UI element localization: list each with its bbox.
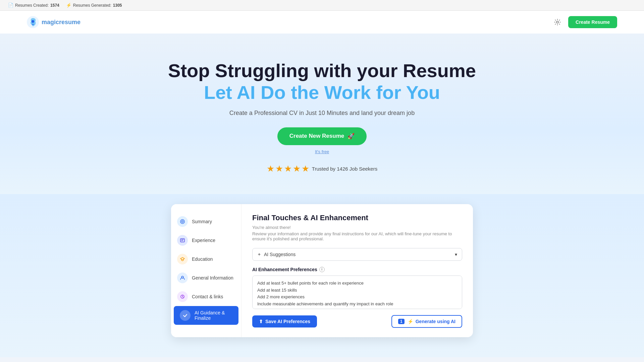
generate-ai-button[interactable]: 1 ⚡ Generate using AI	[391, 315, 462, 328]
sidebar-item-ai[interactable]: AI Guidance & Finalize	[174, 306, 238, 325]
sidebar-item-experience[interactable]: Experience	[171, 231, 241, 250]
hero-title-line2: Let AI Do the Work for You	[0, 81, 644, 104]
svg-rect-5	[180, 239, 184, 242]
enhancement-textarea[interactable]: Add at least 5+ bullet points for each r…	[252, 276, 462, 309]
hero-section: Stop Struggling with your Resume Let AI …	[0, 34, 644, 194]
resumes-created-stat: 📄 Resumes Created: 1574	[8, 3, 59, 8]
main-title: Final Touches & AI Enhancement	[252, 214, 462, 222]
svg-point-1	[32, 20, 34, 23]
sparkle-icon: ✦	[257, 252, 261, 257]
builder-card: Summary Experience Education General Inf…	[171, 204, 473, 337]
settings-icon[interactable]	[552, 17, 563, 27]
logo[interactable]: magicresume	[27, 16, 80, 28]
ai-suggestions-dropdown[interactable]: ✦ AI Suggestions ▾	[252, 248, 462, 261]
sidebar-item-education[interactable]: Education	[171, 250, 241, 268]
star-3: ★	[284, 164, 292, 174]
resumes-generated-label: Resumes Generated:	[73, 3, 111, 8]
sidebar-label-education: Education	[192, 256, 213, 262]
enhancement-label: AI Enhancement Preferences i	[252, 267, 462, 272]
sidebar-label-summary: Summary	[192, 219, 212, 224]
create-resume-button[interactable]: Create Resume	[568, 16, 617, 28]
star-2: ★	[275, 164, 283, 174]
rocket-icon: 🚀	[347, 133, 355, 140]
lightning-icon: ⚡	[66, 3, 71, 8]
svg-point-3	[180, 220, 184, 224]
sidebar-label-ai: AI Guidance & Finalize	[195, 310, 232, 321]
navbar: magicresume Create Resume	[0, 11, 644, 34]
hero-subtitle: Create a Professional CV in Just 10 Minu…	[0, 110, 644, 117]
lightning-generate-icon: ⚡	[408, 319, 413, 324]
builder-sidebar: Summary Experience Education General Inf…	[171, 204, 241, 337]
svg-point-2	[556, 21, 558, 23]
sidebar-label-experience: Experience	[192, 238, 215, 243]
generate-count: 1	[398, 319, 405, 324]
star-1: ★	[267, 164, 274, 174]
save-icon: ⬆	[259, 319, 263, 324]
trusted-text: Trusted by 1426 Job Seekers	[312, 166, 377, 172]
sidebar-item-general[interactable]: General Information	[171, 268, 241, 287]
resumes-generated-stat: ⚡ Resumes Generated: 1305	[66, 3, 122, 8]
resumes-created-label: Resumes Created:	[15, 3, 49, 8]
nav-right: Create Resume	[552, 16, 617, 28]
hero-title-line1: Stop Struggling with your Resume	[0, 60, 644, 81]
ai-icon	[180, 310, 191, 321]
logo-text: magicresume	[42, 19, 80, 26]
svg-point-4	[182, 221, 183, 222]
star-5: ★	[302, 164, 309, 174]
info-icon[interactable]: i	[319, 267, 325, 272]
star-4: ★	[293, 164, 301, 174]
sidebar-label-contact: Contact & links	[192, 294, 223, 299]
sidebar-label-general: General Information	[192, 275, 233, 281]
ai-suggestions-left: ✦ AI Suggestions	[257, 252, 296, 257]
main-description: Review your information and provide any …	[252, 231, 462, 241]
free-text[interactable]: It's free	[0, 149, 644, 154]
main-subtitle: You're almost there!	[252, 225, 462, 230]
sidebar-item-contact[interactable]: Contact & links	[171, 287, 241, 306]
logo-icon	[27, 16, 39, 28]
ai-suggestions-label: AI Suggestions	[264, 252, 296, 257]
star-rating: ★ ★ ★ ★ ★	[267, 164, 309, 174]
resumes-created-value: 1574	[50, 3, 59, 8]
save-ai-preferences-button[interactable]: ⬆ Save AI Preferences	[252, 315, 317, 327]
chevron-down-icon: ▾	[455, 252, 457, 257]
stars-row: ★ ★ ★ ★ ★ Trusted by 1426 Job Seekers	[0, 164, 644, 174]
builder-section: Summary Experience Education General Inf…	[0, 194, 644, 357]
builder-main: Final Touches & AI Enhancement You're al…	[241, 204, 473, 337]
builder-actions: ⬆ Save AI Preferences 1 ⚡ Generate using…	[252, 315, 462, 328]
experience-icon	[177, 235, 188, 246]
top-bar: 📄 Resumes Created: 1574 ⚡ Resumes Genera…	[0, 0, 644, 11]
general-icon	[177, 273, 188, 283]
document-icon: 📄	[8, 3, 13, 8]
sidebar-item-summary[interactable]: Summary	[171, 212, 241, 231]
education-icon	[177, 254, 188, 264]
summary-icon	[177, 216, 188, 227]
resumes-generated-value: 1305	[113, 3, 122, 8]
contact-icon	[177, 291, 188, 302]
hero-cta-button[interactable]: Create New Resume 🚀	[277, 127, 367, 145]
